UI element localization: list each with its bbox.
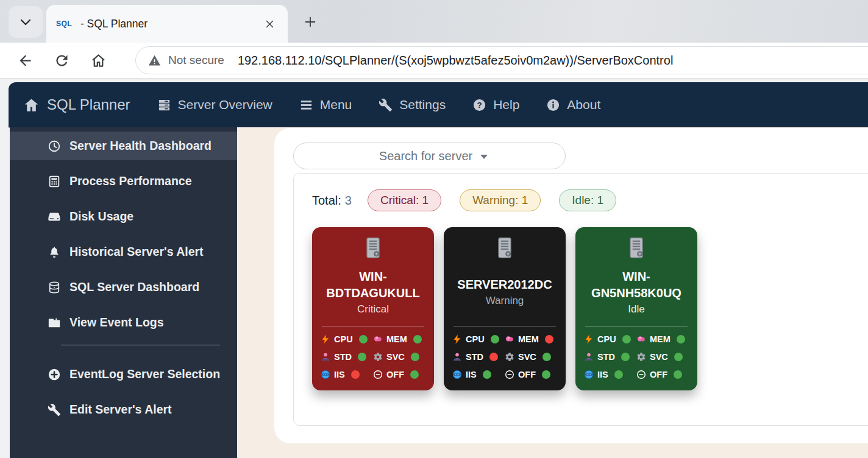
main-area: Search for server Total:3 Critical: 1War… [237,127,868,458]
card-divider [454,326,556,326]
brand-sql-planner[interactable]: SQL Planner [23,96,130,113]
card-divider [322,326,424,326]
reload-icon [54,52,70,69]
gear-icon [373,352,383,362]
badge-idle: Idle: 1 [559,189,616,211]
not-secure-warning-icon [148,54,161,67]
reload-button[interactable] [52,51,71,69]
caret-down-icon [480,155,488,159]
card-titlebox: SERVER2012DCWarning [452,260,557,323]
browser-tab[interactable]: SQL - SQL Planner [46,5,288,43]
nav-item-label: Menu [320,97,352,112]
tab-title: - SQL Planner [80,18,261,30]
url-text: 192.168.112.10/SQLPlanner/(S(xoj5wpbwzt5… [238,54,673,68]
nav-item-help[interactable]: ?Help [472,97,519,112]
server-tower-iconwrap [321,237,425,260]
tab-search-dropdown-button[interactable] [9,6,43,38]
metric-label: MEM [386,334,407,344]
gear-icon [636,352,646,362]
sidebar-item-view-event-logs[interactable]: View Event Logs [10,308,237,337]
total-value: 3 [345,194,352,207]
server-tower-iconwrap [584,237,689,260]
brain-icon [505,334,514,344]
close-icon [265,19,275,29]
home-outline-icon [90,52,107,69]
badge-critical: Critical: 1 [368,189,441,211]
browser-tab-strip: SQL - SQL Planner [0,0,868,43]
metric-label: OFF [386,370,404,379]
status-dot-green [483,370,491,379]
metric-label: IIS [466,370,477,379]
server-card-win-gn5nh58k0uq[interactable]: WIN-GN5NH58K0UQIdleCPUMEMSTDSVCIISOFF [575,227,697,390]
sidebar-item-server-health-dashboard[interactable]: Server Health Dashboard [10,132,237,160]
search-for-server-dropdown[interactable]: Search for server [293,143,566,169]
calculator-icon [48,175,61,188]
status-dot-green [614,370,623,379]
server-name: SERVER2012DC [457,277,552,293]
status-dot-red [351,370,360,379]
status-dot-green [410,370,419,379]
warning-icon [148,54,161,67]
home-outline-icon [90,52,107,69]
metrics-grid: CPUMEMSTDSVCIISOFF [452,334,557,379]
sidebar-item-sql-server-dashboard[interactable]: SQL Server Dashboard [10,273,237,301]
status-badges: Critical: 1Warning: 1Idle: 1 [368,189,635,211]
total-count: Total:3 [312,194,352,208]
server-tower-icon [364,237,382,260]
back-button[interactable] [16,51,34,69]
sidebar-item-disk-usage[interactable]: Disk Usage [10,202,237,231]
top-navbar: SQL Planner Server OverviewMenuSettings?… [9,82,868,127]
person-icon [584,352,594,362]
tab-favicon: SQL [56,19,72,28]
server-card-win-bdtdagukull[interactable]: WIN-BDTDAGUKULLCriticalCPUMEMSTDSVCIISOF… [312,227,434,390]
metric-mem: MEM [505,334,557,344]
metric-label: OFF [518,370,536,379]
nav-item-server-overview[interactable]: Server Overview [157,97,272,112]
nav-item-about[interactable]: About [546,97,600,112]
server-card-server2012dc[interactable]: SERVER2012DCWarningCPUMEMSTDSVCIISOFF [444,227,566,390]
metric-label: MEM [518,334,539,344]
globe-icon [584,370,594,379]
sidebar-item-eventlog-server-selection[interactable]: EventLog Server Selection [10,360,237,389]
sidebar-item-process-performance[interactable]: Process Performance [10,167,237,196]
server-rack-icon [157,98,171,112]
card-divider [585,326,688,326]
globe-icon [452,370,462,379]
status-dot-green [674,370,682,379]
metric-off: OFF [505,370,557,379]
metric-mem: MEM [373,334,425,344]
plus-icon [304,15,317,29]
badge-warning: Warning: 1 [460,189,541,211]
home-button[interactable] [89,51,107,69]
nav-item-label: Settings [399,97,446,112]
status-dot-red [489,353,498,361]
metric-svc: SVC [373,352,425,362]
metric-off: OFF [636,370,689,379]
metric-iis: IIS [584,370,636,379]
metric-mem: MEM [636,334,689,344]
metric-label: CPU [334,334,353,344]
bolt-icon [584,334,594,344]
nav-item-label: Server Overview [178,97,272,112]
metric-label: OFF [650,370,667,379]
new-tab-button[interactable] [300,12,321,32]
address-bar[interactable]: Not secure 192.168.112.10/SQLPlanner/(S(… [135,46,868,74]
nav-item-label: About [567,97,600,112]
tab-close-button[interactable] [261,15,278,32]
metric-svc: SVC [636,352,689,362]
minus-circle-icon [636,370,646,379]
metrics-grid: CPUMEMSTDSVCIISOFF [584,334,689,379]
nav-item-settings[interactable]: Settings [379,97,446,112]
sidebar-item-historical-server-s-alert[interactable]: Historical Server's Alert [10,238,237,266]
total-label: Total: [312,194,341,207]
content-container: Search for server Total:3 Critical: 1War… [274,128,868,443]
nav-item-menu[interactable]: Menu [299,97,352,112]
hamburger-icon [299,98,313,112]
database-icon [48,281,61,294]
server-status: Idle [628,303,644,315]
metric-label: IIS [334,370,345,379]
server-cards-row: WIN-BDTDAGUKULLCriticalCPUMEMSTDSVCIISOF… [312,227,868,390]
browser-toolbar: Not secure 192.168.112.10/SQLPlanner/(S(… [0,43,868,79]
sidebar-item-edit-server-s-alert[interactable]: Edit Server's Alert [10,395,237,424]
metric-label: STD [466,352,483,362]
